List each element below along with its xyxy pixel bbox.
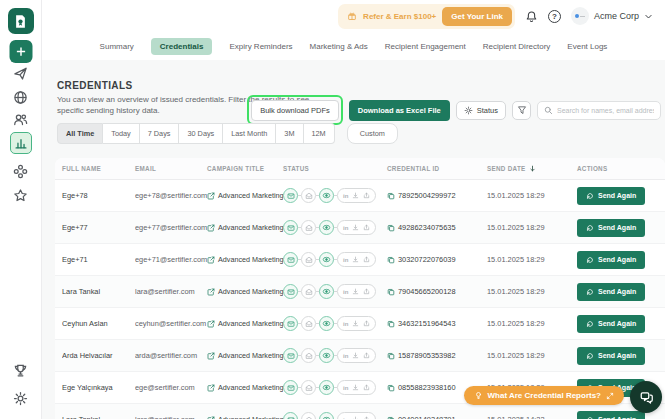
send-again-button[interactable]: Send Again: [577, 411, 645, 419]
linkedin-icon: in: [343, 353, 348, 359]
cell-full-name: Arda Helvacılar: [62, 351, 135, 360]
send-again-button[interactable]: Send Again: [577, 251, 645, 269]
download-icon: [352, 192, 359, 199]
linkedin-icon: in: [343, 257, 348, 263]
copy-icon[interactable]: [387, 384, 395, 392]
download-excel-button[interactable]: Download as Excel File: [349, 100, 450, 121]
integrations-icon[interactable]: [10, 160, 32, 182]
tab-marketing-ads[interactable]: Marketing & Ads: [310, 42, 368, 51]
cell-credential-id: 49286234075635: [387, 223, 487, 232]
send-again-button[interactable]: Send Again: [577, 315, 645, 333]
campaign-title: Advanced Marketing2: [218, 191, 283, 200]
external-link-icon[interactable]: [207, 288, 215, 296]
table-row: Arda Helvacılar arda@sertifier.com Advan…: [55, 340, 665, 372]
recipients-icon[interactable]: [10, 108, 32, 130]
external-link-icon[interactable]: [207, 256, 215, 264]
cell-campaign: Advanced Marketing2: [207, 223, 283, 232]
logo-icon[interactable]: [8, 8, 34, 34]
cell-campaign: Advanced Marketing2: [207, 383, 283, 392]
col-status: STATUS: [283, 165, 387, 172]
external-link-icon[interactable]: [207, 192, 215, 200]
time-filter-all-time[interactable]: All Time: [57, 123, 103, 144]
cell-full-name: Lara Tankal: [62, 415, 135, 419]
time-filter-segments: All Time Today 7 Days 30 Days Last Month…: [57, 123, 335, 144]
get-your-link-button[interactable]: Get Your Link: [442, 7, 512, 26]
tab-summary[interactable]: Summary: [100, 42, 134, 51]
settings-icon[interactable]: [10, 387, 32, 409]
time-filter-last-month[interactable]: Last Month: [223, 123, 276, 144]
col-send-date: SEND DATE: [487, 165, 577, 172]
search-icon: [544, 106, 553, 115]
send-again-button[interactable]: Send Again: [577, 283, 645, 301]
sort-icon[interactable]: [529, 165, 536, 172]
lightbulb-icon: [474, 391, 483, 400]
time-filter-30-days[interactable]: 30 Days: [179, 123, 223, 144]
search-input[interactable]: [557, 107, 654, 114]
send-again-button[interactable]: Send Again: [577, 347, 645, 365]
help-icon[interactable]: ?: [548, 10, 561, 23]
cell-send-date: 15.01.2025 18:29: [487, 319, 577, 328]
bulk-download-pdfs-button[interactable]: Bulk download PDFs: [251, 100, 339, 121]
external-link-icon[interactable]: [207, 384, 215, 392]
tab-credentials[interactable]: Credentials: [151, 38, 213, 55]
credential-reports-help-pill[interactable]: What Are Credential Reports?: [464, 386, 625, 405]
refer-earn-pill[interactable]: Refer & Earn $100+ Get Your Link: [338, 4, 515, 29]
account-menu[interactable]: Acme Corp: [571, 7, 653, 25]
create-button[interactable]: [9, 40, 32, 63]
share-icon: [363, 288, 370, 295]
send-again-button[interactable]: Send Again: [577, 187, 645, 205]
tab-recipient-engagement[interactable]: Recipient Engagement: [385, 42, 466, 51]
external-link-icon[interactable]: [207, 352, 215, 360]
cell-send-date: 15.01.2025 18:29: [487, 255, 577, 264]
trophy-icon[interactable]: [10, 359, 32, 381]
share-group: in: [337, 188, 376, 203]
tab-event-logs[interactable]: Event Logs: [567, 42, 607, 51]
bell-icon[interactable]: [525, 10, 538, 23]
send-icon[interactable]: [10, 62, 32, 84]
credential-id: 34632151964543: [398, 319, 456, 328]
col-email: EMAIL: [135, 165, 207, 172]
download-icon: [352, 384, 359, 391]
star-icon[interactable]: [10, 184, 32, 206]
copy-icon[interactable]: [387, 256, 395, 264]
cell-status: in: [283, 380, 387, 395]
copy-icon[interactable]: [387, 320, 395, 328]
copy-icon[interactable]: [387, 416, 395, 419]
send-again-button[interactable]: Send Again: [577, 219, 645, 237]
time-filter-12m[interactable]: 12M: [304, 123, 335, 144]
external-link-icon[interactable]: [207, 416, 215, 419]
copy-icon[interactable]: [387, 352, 395, 360]
time-filter-group: All Time Today 7 Days 30 Days Last Month…: [57, 123, 398, 144]
help-pill-label: What Are Credential Reports?: [488, 391, 602, 400]
share-icon: [363, 224, 370, 231]
copy-icon[interactable]: [387, 224, 395, 232]
search-box: [537, 101, 661, 120]
table-row: Ege+78 ege+78@sertifier.com Advanced Mar…: [55, 180, 665, 212]
opened-icon: [301, 380, 316, 395]
external-link-icon[interactable]: [207, 320, 215, 328]
status-filter-label: Status: [477, 106, 498, 115]
globe-icon[interactable]: [10, 86, 32, 108]
sent-icon: [283, 252, 298, 267]
copy-icon[interactable]: [387, 192, 395, 200]
viewed-icon: [319, 220, 334, 235]
tab-expiry-reminders[interactable]: Expiry Reminders: [229, 42, 292, 51]
table-header-row: FULL NAME EMAIL CAMPAIGN TITLE STATUS CR…: [55, 158, 665, 180]
cell-email: arda@sertifier.com: [135, 351, 207, 360]
time-filter-7-days[interactable]: 7 Days: [140, 123, 180, 144]
linkedin-icon: in: [343, 321, 348, 327]
chat-button[interactable]: [630, 381, 662, 413]
external-link-icon[interactable]: [207, 224, 215, 232]
main-content: CREDENTIALS You can view an overview of …: [42, 60, 665, 419]
status-filter-button[interactable]: Status: [456, 101, 506, 120]
analytics-icon[interactable]: [10, 132, 32, 154]
credential-id: 79045665200128: [398, 287, 456, 296]
time-filter-today[interactable]: Today: [103, 123, 139, 144]
filter-icon[interactable]: [512, 101, 531, 120]
tab-recipient-directory[interactable]: Recipient Directory: [483, 42, 551, 51]
copy-icon[interactable]: [387, 288, 395, 296]
col-credential-id: CREDENTIAL ID: [387, 165, 487, 172]
time-filter-3m[interactable]: 3M: [276, 123, 303, 144]
cell-status: in: [283, 412, 387, 419]
time-filter-custom[interactable]: Custom: [347, 123, 398, 144]
